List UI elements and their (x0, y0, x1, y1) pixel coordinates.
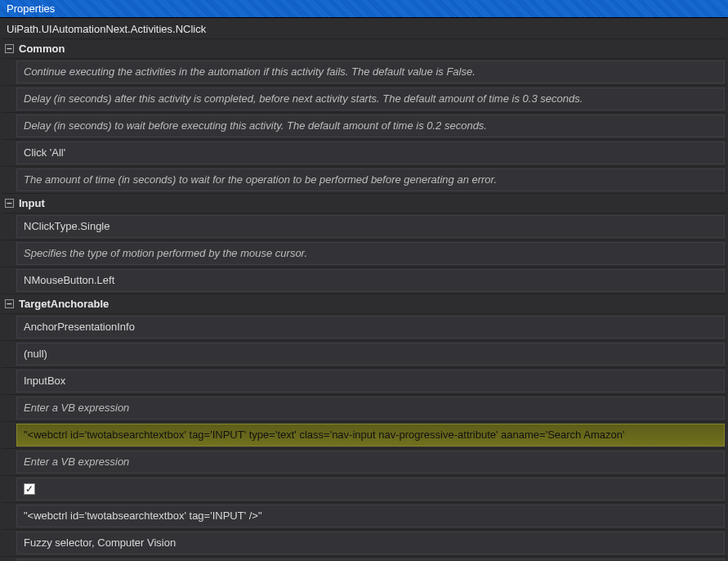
prop-display-name[interactable]: Click 'All' (16, 141, 725, 164)
prop-checkbox[interactable]: ✓ (16, 478, 725, 500)
minus-icon[interactable]: − (5, 199, 14, 208)
prop-selector-highlighted[interactable]: "<webctrl id='twotabsearchtextbox' tag='… (16, 424, 725, 447)
checkmark-icon[interactable]: ✓ (24, 483, 35, 495)
prop-vb-exp1[interactable]: Enter a VB expression (16, 397, 725, 420)
prop-click-type[interactable]: NClickType.Single (16, 215, 725, 238)
prop-fuzzy-selector[interactable]: "<webctrl id='twotabsearchtextbox' tag='… (16, 505, 725, 527)
section-input-label: Input (19, 197, 45, 209)
section-common[interactable]: − Common (2, 39, 726, 59)
panel-title: Properties (0, 0, 728, 18)
activity-class: UiPath.UIAutomationNext.Activities.NClic… (2, 20, 726, 39)
prop-anchor-info[interactable]: AnchorPresentationInfo (16, 316, 725, 339)
prop-vb-exp2[interactable]: Enter a VB expression (16, 451, 725, 473)
properties-body: UiPath.UIAutomationNext.Activities.NClic… (0, 18, 728, 561)
prop-delay-before[interactable]: Delay (in seconds) to wait before execut… (16, 114, 725, 137)
prop-timeout[interactable]: The amount of time (in seconds) to wait … (16, 168, 725, 191)
minus-icon[interactable]: − (5, 44, 14, 53)
prop-fuzzy-desc[interactable]: Fuzzy selector, Computer Vision (16, 532, 725, 554)
prop-delay-after[interactable]: Delay (in seconds) after this activity i… (16, 88, 725, 110)
prop-null[interactable]: (null) (16, 343, 725, 366)
prop-mouse-button[interactable]: NMouseButton.Left (16, 269, 725, 292)
minus-icon[interactable]: − (5, 299, 14, 308)
prop-continue[interactable]: Continue executing the activities in the… (16, 61, 725, 83)
section-input[interactable]: − Input (2, 194, 726, 213)
prop-cursor-motion[interactable]: Specifies the type of motion performed b… (16, 242, 725, 265)
prop-inputbox[interactable]: InputBox (16, 370, 725, 393)
section-common-label: Common (19, 43, 65, 55)
section-target-label: TargetAnchorable (19, 298, 109, 310)
section-target[interactable]: − TargetAnchorable (2, 294, 726, 314)
